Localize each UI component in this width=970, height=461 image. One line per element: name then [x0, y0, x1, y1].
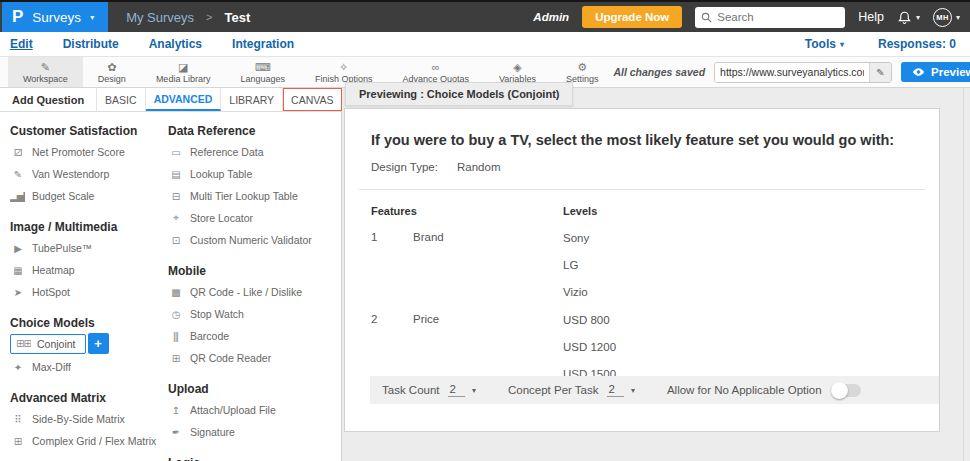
section-advanced-matrix: Advanced Matrix ⠿Side-By-Side Matrix ⊞Co… — [10, 391, 162, 452]
qtype-label: Barcode — [190, 330, 229, 342]
eye-icon — [912, 67, 925, 77]
qtype-complex-grid[interactable]: ⊞Complex Grid / Flex Matrix — [10, 430, 162, 452]
qtype-label: QR Code - Like / Dislike — [190, 286, 302, 298]
level-value: USD 1200 — [563, 340, 911, 354]
qtype-hotspot[interactable]: ➤HotSpot — [10, 281, 162, 303]
qtype-label: Complex Grid / Flex Matrix — [32, 435, 156, 447]
nav-tab-distribute[interactable]: Distribute — [63, 37, 119, 51]
qtype-attach-upload-file[interactable]: ↥Attach/Upload File — [168, 399, 341, 421]
responses-count-link[interactable]: Responses: 0 — [878, 37, 956, 51]
toolbar-label: Design — [98, 74, 126, 84]
qtype-side-by-side-matrix[interactable]: ⠿Side-By-Side Matrix — [10, 408, 162, 430]
toolbar-item-workspace[interactable]: ✎Workspace — [8, 57, 83, 87]
notifications-button[interactable]: ▾ — [897, 10, 920, 25]
preview-button[interactable]: Preview — [901, 62, 970, 82]
breadcrumb-separator: > — [206, 11, 212, 23]
features-header: Features — [371, 205, 563, 217]
qtype-multi-tier-lookup-table[interactable]: ⊟Multi Tier Lookup Table — [168, 185, 341, 207]
tab-basic[interactable]: BASIC — [97, 88, 146, 111]
qtype-label: TubePulse™ — [32, 242, 92, 254]
bell-icon — [897, 10, 912, 25]
tab-library[interactable]: LIBRARY — [221, 88, 283, 111]
qtype-label: Conjoint — [37, 338, 76, 350]
data-chip-icon: ▭ — [168, 147, 183, 158]
qtype-conjoint[interactable]: ⊞⊞Conjoint — [10, 334, 86, 354]
admin-label[interactable]: Admin — [533, 11, 569, 23]
concept-per-task-dropdown[interactable]: 2 ▾ — [607, 383, 635, 397]
breadcrumb-my-surveys[interactable]: My Surveys — [126, 10, 194, 25]
toolbar-item-media-library[interactable]: ◪Media Library — [141, 57, 226, 87]
qtype-label: Max-Diff — [32, 361, 71, 373]
edit-url-button[interactable]: ✎ — [869, 63, 891, 82]
qtype-heatmap[interactable]: ▦Heatmap — [10, 259, 162, 281]
search-box[interactable] — [695, 7, 845, 28]
conjoint-grid-icon: ⊞⊞ — [16, 338, 31, 349]
scrollbar-track[interactable] — [963, 88, 964, 461]
section-customer-satisfaction: Customer Satisfaction ⚂Net Promoter Scor… — [10, 124, 162, 207]
toolbar-item-languages[interactable]: ⌨Languages — [225, 57, 300, 87]
qtype-qr-code-like-dislike[interactable]: ▩QR Code - Like / Dislike — [168, 281, 341, 303]
no-applicable-toggle[interactable] — [832, 384, 861, 397]
top-bar: P Surveys ▾ My Surveys > Test Admin Upgr… — [0, 0, 970, 32]
heatmap-grid-icon: ▦ — [10, 265, 25, 276]
languages-keyboard-icon: ⌨ — [255, 61, 271, 73]
level-value: Sony — [563, 231, 911, 245]
qtype-label: Stop Watch — [190, 308, 244, 320]
qtype-label: Van Westendorp — [32, 168, 109, 180]
qtype-max-diff[interactable]: ✦Max-Diff — [10, 356, 162, 378]
qtype-stop-watch[interactable]: ◷Stop Watch — [168, 303, 341, 325]
qtype-conjoint-selected: ⊞⊞Conjoint + — [10, 333, 162, 354]
section-title: Data Reference — [168, 124, 341, 138]
grid-icon: ⊞ — [10, 436, 25, 447]
design-type-row: Design Type: Random — [345, 148, 939, 173]
matrix-dots-icon: ⠿ — [10, 414, 25, 425]
add-conjoint-button[interactable]: + — [88, 333, 109, 354]
toolbar-item-design[interactable]: ✿Design — [83, 57, 141, 87]
task-count-dropdown[interactable]: 2 ▾ — [448, 383, 476, 397]
section-title: Logic — [168, 456, 341, 461]
search-input[interactable] — [717, 11, 839, 23]
validator-icon: ⊡ — [168, 235, 183, 246]
qtype-store-locator[interactable]: ⌖Store Locator — [168, 207, 341, 229]
qtype-barcode[interactable]: |||Barcode — [168, 325, 341, 347]
qtype-signature[interactable]: ✒Signature — [168, 421, 341, 443]
qtype-custom-numeric-validator[interactable]: ⊡Custom Numeric Validator — [168, 229, 341, 251]
video-play-icon: ▶ — [10, 243, 25, 254]
chevron-down-icon: ▾ — [916, 13, 920, 22]
qtype-net-promoter-score[interactable]: ⚂Net Promoter Score — [10, 141, 162, 163]
nav-tab-analytics[interactable]: Analytics — [149, 37, 202, 51]
upgrade-now-button[interactable]: Upgrade Now — [582, 6, 682, 28]
survey-url-input[interactable] — [715, 63, 869, 82]
concept-per-task-value: 2 — [607, 383, 624, 397]
section-upload: Upload ↥Attach/Upload File ✒Signature — [168, 382, 341, 443]
qtype-lookup-table[interactable]: ▤Lookup Table — [168, 163, 341, 185]
tools-menu[interactable]: Tools▾ — [805, 37, 844, 51]
previewing-label: Previewing : Choice Models (Conjoint) — [345, 82, 573, 106]
nav-tab-integration[interactable]: Integration — [232, 37, 294, 51]
qtype-van-westendorp[interactable]: ✎Van Westendorp — [10, 163, 162, 185]
breadcrumb: My Surveys > Test — [126, 10, 250, 25]
section-title: Image / Multimedia — [10, 220, 162, 234]
qtype-tubepulse[interactable]: ▶TubePulse™ — [10, 237, 162, 259]
account-menu[interactable]: MH ▾ — [933, 8, 960, 27]
tab-canvas[interactable]: CANVAS — [283, 88, 342, 111]
qtype-reference-data[interactable]: ▭Reference Data — [168, 141, 341, 163]
tab-advanced[interactable]: ADVANCED — [146, 88, 222, 111]
qr-code-icon: ▩ — [168, 287, 183, 298]
features-table-header: Features Levels — [371, 205, 911, 217]
stopwatch-icon: ◷ — [168, 309, 183, 320]
qtype-budget-scale[interactable]: ▂▅▇Budget Scale — [10, 185, 162, 207]
qtype-label: HotSpot — [32, 286, 70, 298]
help-link[interactable]: Help — [858, 10, 884, 24]
main-area: Add Question BASIC ADVANCED LIBRARY CANV… — [0, 88, 970, 461]
divider — [359, 189, 925, 190]
feature-number: 1 — [371, 231, 413, 299]
qtype-label: Net Promoter Score — [32, 146, 125, 158]
nav-tab-edit[interactable]: Edit — [10, 37, 33, 51]
conjoint-preview-card: If you were to buy a TV, select the most… — [344, 108, 940, 432]
feature-name: Brand — [413, 231, 563, 299]
section-image-multimedia: Image / Multimedia ▶TubePulse™ ▦Heatmap … — [10, 220, 162, 303]
feature-name: Price — [413, 313, 563, 381]
product-switcher[interactable]: P Surveys ▾ — [2, 2, 108, 32]
qtype-qr-code-reader[interactable]: ⊞QR Code Reader — [168, 347, 341, 369]
